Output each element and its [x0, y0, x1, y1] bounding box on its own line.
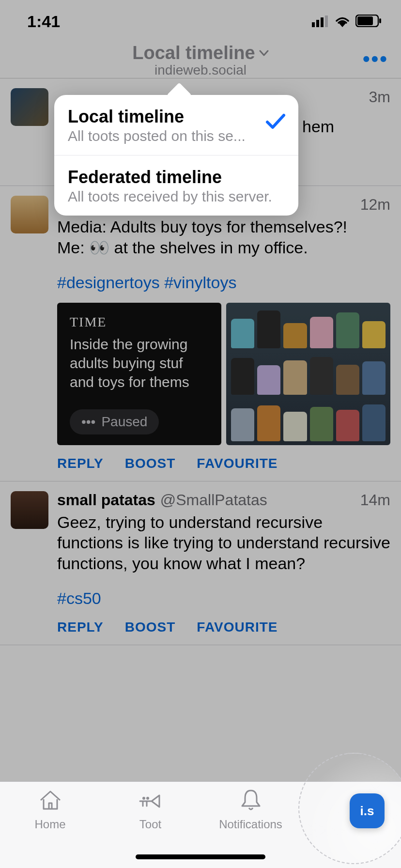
- dropdown-item-title: Federated timeline: [68, 167, 285, 187]
- trumpet-icon: [137, 787, 164, 816]
- tab-label: Home: [34, 818, 65, 831]
- bell-icon: [237, 787, 264, 816]
- svg-point-8: [146, 797, 149, 800]
- tab-label: Notifications: [219, 818, 282, 831]
- home-indicator: [136, 854, 265, 859]
- dropdown-item-federated[interactable]: Federated timeline All toots received by…: [54, 155, 298, 216]
- checkmark-icon: [265, 112, 286, 133]
- timeline-dropdown: Local timeline All toots posted on this …: [54, 95, 298, 216]
- dropdown-item-desc: All toots received by this server.: [68, 188, 285, 205]
- dropdown-item-desc: All toots posted on this se...: [68, 128, 271, 144]
- post-text-peek: hem: [302, 117, 334, 136]
- fab-label: i.s: [360, 804, 374, 819]
- tab-bar: Home Toot Notifications i.s: [0, 781, 401, 868]
- dropdown-item-local[interactable]: Local timeline All toots posted on this …: [54, 95, 298, 155]
- tab-label: Toot: [139, 818, 161, 831]
- instance-fab[interactable]: i.s: [350, 793, 385, 828]
- dropdown-item-title: Local timeline: [68, 107, 285, 127]
- svg-point-7: [142, 797, 145, 800]
- home-icon: [37, 787, 64, 816]
- tab-home[interactable]: Home: [0, 787, 100, 868]
